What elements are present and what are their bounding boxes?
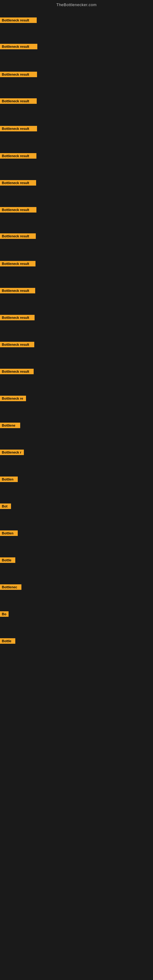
bottleneck-result-item: Bottleneck re bbox=[0, 396, 26, 401]
bottleneck-result-item: Bottleneck result bbox=[0, 342, 34, 347]
bottleneck-result-item: Bottleneck result bbox=[0, 369, 33, 374]
bottleneck-result-item: Bo bbox=[0, 611, 9, 617]
bottleneck-result-item: Bottleneck result bbox=[0, 153, 37, 159]
bottleneck-result-item: Bottleneck result bbox=[0, 44, 37, 49]
bottleneck-result-item: Bottleneck result bbox=[0, 315, 35, 320]
bottleneck-result-item: Bottleneck result bbox=[0, 126, 37, 131]
bottleneck-result-item: Bot bbox=[0, 503, 11, 509]
bottleneck-result-item: Bottleneck result bbox=[0, 207, 37, 213]
bottleneck-result-item: Bottleneck result bbox=[0, 233, 36, 239]
bottleneck-result-item: Bottle bbox=[0, 638, 15, 644]
bottleneck-result-item: Bottlen bbox=[0, 530, 18, 536]
bottleneck-result-item: Bottleneck result bbox=[0, 288, 35, 293]
bottleneck-result-item: Bottleneck result bbox=[0, 98, 37, 104]
bottleneck-result-item: Bottle bbox=[0, 557, 15, 563]
bottleneck-result-item: Bottlen bbox=[0, 477, 18, 482]
site-header: TheBottlenecker.com bbox=[0, 0, 153, 8]
site-title: TheBottlenecker.com bbox=[56, 2, 97, 7]
bottleneck-result-item: Bottlenec bbox=[0, 584, 21, 590]
bottleneck-result-item: Bottleneck result bbox=[0, 72, 37, 77]
bottleneck-result-item: Bottleneck r bbox=[0, 450, 24, 455]
bottleneck-result-item: Bottleneck result bbox=[0, 261, 35, 266]
bottleneck-result-item: Bottleneck result bbox=[0, 18, 37, 23]
bottleneck-result-item: Bottleneck result bbox=[0, 180, 36, 186]
bottleneck-result-item: Bottlene bbox=[0, 423, 20, 428]
